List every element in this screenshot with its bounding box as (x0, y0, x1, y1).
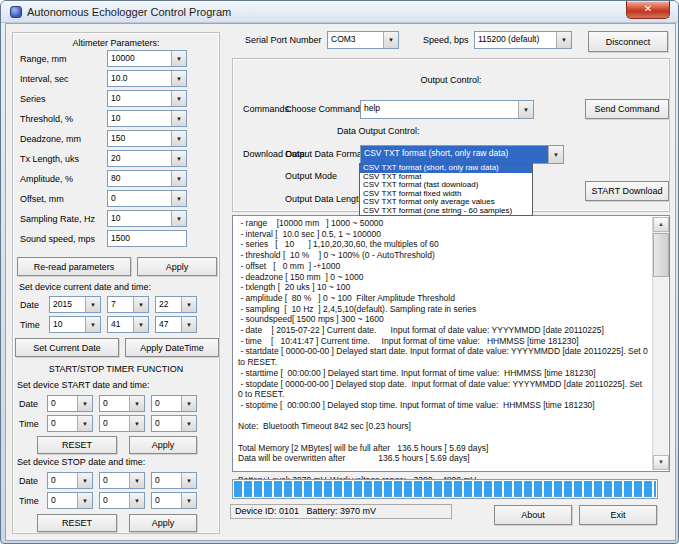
start-date-year-combo[interactable]: 0 ▼ (47, 395, 93, 412)
chevron-down-icon[interactable]: ▼ (77, 473, 92, 488)
range-combo[interactable]: 10000 ▼ (107, 50, 187, 67)
current-time-minute-combo[interactable]: 41 ▼ (107, 316, 149, 333)
chevron-down-icon[interactable]: ▼ (181, 317, 196, 332)
chevron-down-icon[interactable]: ▼ (133, 297, 148, 312)
chevron-down-icon[interactable]: ▼ (129, 493, 144, 508)
amplitude-combo[interactable]: 80 ▼ (107, 170, 187, 187)
sampling-rate-combo[interactable]: 10 ▼ (107, 210, 187, 227)
start-reset-button[interactable]: RESET (37, 436, 117, 454)
chevron-down-icon[interactable]: ▼ (171, 211, 186, 226)
terminal-scrollbar[interactable]: ▲ ▼ (652, 217, 668, 470)
threshold-combo[interactable]: 10 ▼ (107, 110, 187, 127)
chevron-down-icon[interactable]: ▼ (85, 317, 100, 332)
chevron-down-icon[interactable]: ▼ (548, 146, 563, 163)
sound-speed-field[interactable]: 1500 (107, 230, 187, 247)
stop-time-minute-combo[interactable]: 0 ▼ (99, 492, 145, 509)
chevron-down-icon[interactable]: ▼ (181, 416, 196, 431)
altimeter-panel: Altimeter Parameters: Range, mm 10000 ▼ … (12, 32, 220, 534)
txlength-combo[interactable]: 20 ▼ (107, 150, 187, 167)
chevron-down-icon[interactable]: ▼ (77, 396, 92, 411)
current-time-label: Time (20, 320, 40, 330)
start-time-hour-combo[interactable]: 0 ▼ (47, 415, 93, 432)
chevron-down-icon[interactable]: ▼ (171, 171, 186, 186)
exit-button[interactable]: Exit (579, 505, 657, 525)
start-download-button[interactable]: START Download (585, 181, 669, 201)
chevron-down-icon[interactable]: ▼ (518, 101, 533, 118)
stop-time-hour-combo[interactable]: 0 ▼ (47, 492, 93, 509)
chevron-down-icon[interactable]: ▼ (171, 191, 186, 206)
stop-date-year-combo[interactable]: 0 ▼ (47, 472, 93, 489)
start-date-day-combo[interactable]: 0 ▼ (151, 395, 197, 412)
chevron-down-icon[interactable]: ▼ (171, 91, 186, 106)
current-time-hour-combo[interactable]: 10 ▼ (49, 316, 101, 333)
chevron-down-icon[interactable]: ▼ (556, 32, 571, 48)
chevron-down-icon[interactable]: ▼ (133, 317, 148, 332)
chevron-down-icon[interactable]: ▼ (181, 493, 196, 508)
chevron-down-icon[interactable]: ▼ (171, 51, 186, 66)
start-date-month-combo[interactable]: 0 ▼ (99, 395, 145, 412)
deadzone-combo[interactable]: 150 ▼ (107, 130, 187, 147)
current-date-day-combo[interactable]: 22 ▼ (155, 296, 197, 313)
chevron-down-icon[interactable]: ▼ (171, 71, 186, 86)
chevron-down-icon[interactable]: ▼ (181, 297, 196, 312)
chevron-down-icon[interactable]: ▼ (181, 396, 196, 411)
chevron-down-icon[interactable]: ▼ (129, 416, 144, 431)
dropdown-option[interactable]: CSV TXT format only average values (360, 198, 532, 207)
apply-parameters-button[interactable]: Apply (137, 257, 217, 276)
current-date-month-value: 7 (108, 297, 133, 312)
dropdown-option[interactable]: CSV TXT format fixed width (360, 190, 532, 199)
dropdown-option[interactable]: CSV TXT format (360, 173, 532, 182)
timer-title: START/STOP TIMER FUNCTION (13, 364, 219, 374)
current-time-second-combo[interactable]: 47 ▼ (155, 316, 197, 333)
close-icon[interactable]: ✕ (626, 1, 670, 19)
scroll-down-icon[interactable]: ▼ (653, 455, 669, 470)
stop-apply-button[interactable]: Apply (129, 514, 197, 532)
chevron-down-icon[interactable]: ▼ (171, 151, 186, 166)
title-bar: Autonomous Echologger Control Program ✕ (1, 1, 678, 23)
dialog-body: Altimeter Parameters: Range, mm 10000 ▼ … (5, 23, 676, 541)
dropdown-option[interactable]: CSV TXT format (fast download) (360, 181, 532, 190)
chevron-down-icon[interactable]: ▼ (171, 131, 186, 146)
stop-time-second-combo[interactable]: 0 ▼ (151, 492, 197, 509)
scrollbar-thumb[interactable] (653, 233, 669, 277)
offset-combo[interactable]: 0 ▼ (107, 190, 187, 207)
current-time-second-value: 47 (156, 317, 181, 332)
start-time-second-combo[interactable]: 0 ▼ (151, 415, 197, 432)
scroll-up-icon[interactable]: ▲ (653, 217, 669, 232)
dropdown-option[interactable]: CSV TXT format (short, only raw data) (360, 164, 532, 173)
stop-date-day-value: 0 (152, 473, 181, 488)
chevron-down-icon[interactable]: ▼ (181, 473, 196, 488)
stop-date-month-combo[interactable]: 0 ▼ (99, 472, 145, 489)
stop-date-day-combo[interactable]: 0 ▼ (151, 472, 197, 489)
terminal-output[interactable]: - range [10000 mm ] 1000 ~ 50000 - inter… (232, 215, 670, 472)
sampling-rate-value: 10 (108, 211, 171, 226)
start-time-minute-combo[interactable]: 0 ▼ (99, 415, 145, 432)
output-data-format-combo[interactable]: CSV TXT format (short, only raw data) ▼ (360, 145, 564, 164)
output-data-length-label: Output Data Length (285, 194, 364, 204)
chevron-down-icon[interactable]: ▼ (77, 416, 92, 431)
chevron-down-icon[interactable]: ▼ (171, 111, 186, 126)
chevron-down-icon[interactable]: ▼ (383, 32, 398, 48)
set-current-date-button[interactable]: Set Current Date (15, 338, 119, 357)
current-date-month-combo[interactable]: 7 ▼ (107, 296, 149, 313)
about-button[interactable]: About (494, 505, 572, 525)
speed-combo[interactable]: 115200 (default) ▼ (474, 31, 572, 49)
send-command-button[interactable]: Send Command (585, 99, 669, 119)
dropdown-option[interactable]: CSV TXT format (one string - 60 samples) (360, 207, 532, 216)
serial-port-combo[interactable]: COM3 ▼ (327, 31, 399, 49)
reread-parameters-button[interactable]: Re-read parameters (17, 257, 131, 276)
interval-combo[interactable]: 10.0 ▼ (107, 70, 187, 87)
chevron-down-icon[interactable]: ▼ (85, 297, 100, 312)
current-date-label: Date (20, 300, 39, 310)
series-combo[interactable]: 10 ▼ (107, 90, 187, 107)
chevron-down-icon[interactable]: ▼ (129, 396, 144, 411)
offset-label: Offset, mm (20, 194, 64, 204)
chevron-down-icon[interactable]: ▼ (129, 473, 144, 488)
disconnect-button[interactable]: Disconnect (588, 31, 668, 52)
stop-reset-button[interactable]: RESET (37, 514, 117, 532)
current-date-year-combo[interactable]: 2015 ▼ (49, 296, 101, 313)
chevron-down-icon[interactable]: ▼ (77, 493, 92, 508)
apply-datetime-button[interactable]: Apply DateTime (125, 338, 219, 357)
start-apply-button[interactable]: Apply (129, 436, 197, 454)
command-combo[interactable]: help ▼ (360, 100, 534, 119)
